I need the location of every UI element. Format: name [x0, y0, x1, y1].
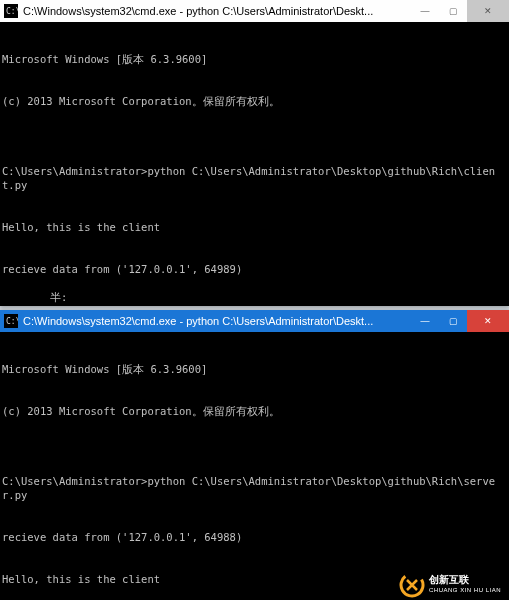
window-controls: — ▢ ✕ — [411, 310, 509, 332]
maximize-button[interactable]: ▢ — [439, 0, 467, 22]
terminal-line: Microsoft Windows [版本 6.3.9600] — [2, 52, 507, 66]
cmd-window-client: C:\ C:\Windows\system32\cmd.exe - python… — [0, 0, 509, 306]
cmd-icon: C:\ — [4, 4, 18, 18]
watermark-logo-icon — [399, 572, 425, 598]
ime-status: 半: — [50, 290, 67, 304]
svg-text:C:\: C:\ — [6, 317, 18, 326]
terminal-line: Hello, this is the client — [2, 220, 507, 234]
watermark: 创新互联 CHUANG XIN HU LIAN — [399, 572, 501, 598]
cmd-icon: C:\ — [4, 314, 18, 328]
watermark-sub: CHUANG XIN HU LIAN — [429, 585, 501, 596]
titlebar[interactable]: C:\ C:\Windows\system32\cmd.exe - python… — [0, 310, 509, 332]
close-button[interactable]: ✕ — [467, 0, 509, 22]
terminal-output[interactable]: Microsoft Windows [版本 6.3.9600] (c) 2013… — [0, 22, 509, 306]
minimize-button[interactable]: — — [411, 310, 439, 332]
watermark-name: 创新互联 — [429, 574, 501, 585]
terminal-line: (c) 2013 Microsoft Corporation。保留所有权利。 — [2, 94, 507, 108]
terminal-line: Hello, this is the server — [2, 304, 507, 306]
titlebar[interactable]: C:\ C:\Windows\system32\cmd.exe - python… — [0, 0, 509, 22]
minimize-button[interactable]: — — [411, 0, 439, 22]
terminal-line: C:\Users\Administrator>python C:\Users\A… — [2, 474, 507, 502]
svg-text:C:\: C:\ — [6, 7, 18, 16]
terminal-line: recieve data from ('127.0.0.1', 64988) — [2, 530, 507, 544]
terminal-output[interactable]: Microsoft Windows [版本 6.3.9600] (c) 2013… — [0, 332, 509, 600]
window-controls: — ▢ ✕ — [411, 0, 509, 22]
maximize-button[interactable]: ▢ — [439, 310, 467, 332]
window-title: C:\Windows\system32\cmd.exe - python C:\… — [23, 315, 411, 327]
cmd-window-server: C:\ C:\Windows\system32\cmd.exe - python… — [0, 310, 509, 600]
terminal-line: C:\Users\Administrator>python C:\Users\A… — [2, 164, 507, 192]
terminal-line: recieve data from ('127.0.0.1', 64989) — [2, 262, 507, 276]
window-title: C:\Windows\system32\cmd.exe - python C:\… — [23, 5, 411, 17]
watermark-text: 创新互联 CHUANG XIN HU LIAN — [429, 574, 501, 596]
terminal-line: Microsoft Windows [版本 6.3.9600] — [2, 362, 507, 376]
terminal-line: (c) 2013 Microsoft Corporation。保留所有权利。 — [2, 404, 507, 418]
close-button[interactable]: ✕ — [467, 310, 509, 332]
